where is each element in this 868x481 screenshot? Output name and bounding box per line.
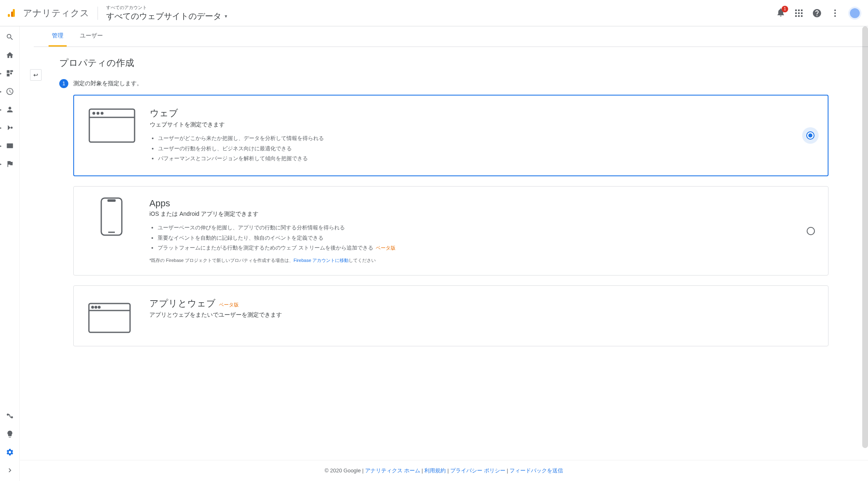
svg-rect-11 [798,15,800,17]
svg-point-20 [11,127,12,128]
back-button[interactable]: ↩ [30,69,42,81]
nav-home[interactable] [6,51,14,59]
svg-rect-19 [7,74,9,77]
svg-rect-17 [10,70,13,72]
card-apps-subtitle: iOS または Android アプリを測定できます [149,210,794,218]
caret-icon: ▸ [0,162,2,166]
person-icon [6,105,14,114]
svg-point-23 [11,417,12,418]
caret-icon: ▸ [0,126,2,130]
user-avatar[interactable] [848,7,861,20]
behavior-icon [6,142,14,150]
svg-rect-12 [801,15,803,17]
tab-admin[interactable]: 管理 [49,26,67,47]
card-apps-bullet: 重要なイベントを自動的に記録したり、独自のイベントを定義できる [158,233,794,243]
acquisition-icon [6,124,14,132]
card-web-bullet: ユーザーがどこから来たか把握し、データを分析して情報を得られる [158,133,793,144]
footer: © 2020 Google | アナリティクス ホーム | 利用規約 | プライ… [20,460,868,481]
notification-badge: 1 [782,6,788,12]
beta-label: ベータ版 [376,245,396,251]
apps-grid-icon[interactable] [794,8,804,18]
account-selector[interactable]: すべてのアカウント すべてのウェブサイトのデータ ▼ [106,5,228,22]
more-vert-icon[interactable] [830,8,840,18]
step-indicator: 1 測定の対象を指定します。 [59,79,828,88]
svg-rect-21 [7,143,13,148]
left-nav-rail: ▸ ▸ ▸ ▸ ▸ ▸ [0,26,20,481]
footer-link-terms[interactable]: 利用規約 [424,467,446,474]
svg-point-27 [97,112,99,114]
card-web-title: ウェブ [150,107,793,119]
caret-icon: ▸ [0,144,2,148]
nav-search[interactable] [6,33,14,41]
card-apps[interactable]: Apps iOS または Android アプリを測定できます ユーザーベースの… [73,186,828,276]
svg-point-13 [834,9,836,11]
nav-realtime[interactable]: ▸ [6,87,14,96]
svg-rect-29 [101,198,122,235]
svg-point-34 [92,306,93,308]
svg-rect-24 [89,109,135,142]
nav-admin[interactable] [6,448,14,456]
svg-point-26 [93,112,95,114]
gear-icon [6,448,14,456]
card-app-web[interactable]: アプリとウェブベータ版 アプリとウェブをまたいでユーザーを測定できます [73,285,828,346]
svg-rect-9 [801,12,803,14]
radio-web[interactable] [806,131,814,140]
main-area: 管理 ユーザー ↩ プロパティの作成 1 測定の対象を指定します。 [20,26,868,481]
app-title: アナリティクス [23,7,89,19]
help-icon[interactable] [812,8,822,18]
footer-link-feedback[interactable]: フィードバックを送信 [510,467,563,474]
tab-user[interactable]: ユーザー [77,26,106,47]
footer-copyright: © 2020 Google [325,467,361,474]
card-appweb-subtitle: アプリとウェブをまたいでユーザーを測定できます [149,311,815,319]
card-web-bullet: パフォーマンスとコンバージョンを解析して傾向を把握できる [158,154,793,164]
nav-behavior[interactable]: ▸ [6,142,14,150]
logo-block: アナリティクス [7,7,89,19]
nav-discover[interactable] [6,430,14,438]
svg-rect-3 [13,9,15,17]
svg-rect-8 [798,12,800,14]
svg-rect-6 [801,9,803,11]
svg-rect-7 [795,12,797,14]
header-actions: 1 [776,7,861,20]
lightbulb-icon [6,430,14,438]
card-web-subtitle: ウェブサイトを測定できます [150,121,793,128]
card-apps-title: Apps [149,198,794,209]
nav-attribution[interactable] [6,412,14,420]
svg-rect-10 [795,15,797,17]
card-web-bullet: ユーザーの行動を分析し、ビジネス向けに最適化できる [158,144,793,154]
nav-audience[interactable]: ▸ [6,105,14,114]
card-web[interactable]: ウェブ ウェブサイトを測定できます ユーザーがどこから来たか把握し、データを分析… [73,95,828,176]
nav-acquisition[interactable]: ▸ [6,124,14,132]
svg-rect-0 [8,14,10,17]
firebase-link[interactable]: Firebase アカウントに移動 [293,258,349,263]
step-label: 測定の対象を指定します。 [73,80,142,87]
radio-apps[interactable] [807,227,815,235]
footer-link-privacy[interactable]: プライバシー ポリシー [450,467,505,474]
phone-icon [87,198,136,235]
svg-rect-16 [7,70,9,73]
note-prefix: *既存の Firebase プロジェクトで新しいプロパティを作成する場合は、 [149,258,293,263]
content: プロパティの作成 1 測定の対象を指定します。 ウェブ ウェブサイトを測定できま… [20,47,868,356]
svg-point-15 [834,15,836,17]
app-header: アナリティクス すべてのアカウント すべてのウェブサイトのデータ ▼ 1 [0,0,868,26]
chevron-down-icon: ▼ [224,14,228,19]
flag-icon [6,160,14,168]
note-suffix: してください [349,258,376,263]
nav-collapse[interactable] [6,466,14,474]
card-appweb-title: アプリとウェブベータ版 [149,297,815,310]
caret-icon: ▸ [0,72,2,75]
svg-point-36 [98,306,100,308]
notifications-button[interactable]: 1 [776,7,786,19]
analytics-logo-icon [7,8,16,18]
property-type-cards: ウェブ ウェブサイトを測定できます ユーザーがどこから来たか把握し、データを分析… [73,95,828,346]
clock-icon [6,87,14,96]
svg-rect-4 [795,9,797,11]
svg-point-22 [7,414,8,415]
nav-conversions[interactable]: ▸ [6,160,14,168]
card-apps-bullet: ユーザーベースの伸びを把握し、アプリでの行動に関する分析情報を得られる [158,223,794,233]
nav-customization[interactable]: ▸ [6,69,14,77]
footer-link-home[interactable]: アナリティクス ホーム [365,467,420,474]
admin-tabs: 管理 ユーザー [34,26,868,47]
card-apps-bullet: プラットフォームにまたがる行動を測定するためのウェブ ストリームを後から追加でき… [158,243,794,253]
svg-point-14 [834,12,836,14]
